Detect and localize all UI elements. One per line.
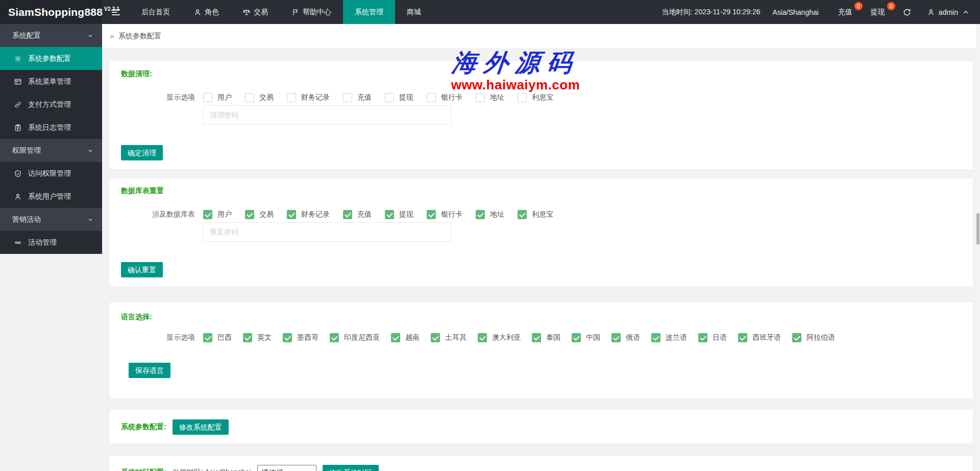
checkbox[interactable] — [792, 333, 801, 342]
nav-item-trade[interactable]: 交易 — [231, 0, 280, 24]
sidebar-group-system-config[interactable]: 系统配置 — [0, 24, 102, 47]
window-icon — [14, 78, 22, 86]
nav-item-help-center[interactable]: 帮助中心 — [280, 0, 343, 24]
checkbox[interactable] — [431, 333, 440, 342]
checkbox-option[interactable]: 财务记录 — [287, 210, 330, 219]
checkbox[interactable] — [287, 210, 296, 219]
modify-system-config-button[interactable]: 修改系统配置 — [173, 419, 229, 435]
row-label: 显示选项 — [121, 333, 195, 342]
checkbox[interactable] — [203, 333, 212, 342]
clean-password-input[interactable] — [203, 105, 452, 125]
checkbox-option[interactable]: 地址 — [476, 93, 504, 102]
checkbox-option[interactable]: 财务记录 — [287, 93, 330, 102]
checkbox-option[interactable]: 充值 — [343, 93, 372, 102]
checkbox[interactable] — [518, 210, 527, 219]
timezone-label: Asia/Shanghai — [767, 0, 829, 24]
checkbox[interactable] — [518, 93, 527, 102]
panel-title: 系统参数配置: — [121, 422, 166, 432]
checkbox-option[interactable]: 用户 — [203, 93, 232, 102]
checkbox[interactable] — [243, 333, 252, 342]
sidebar-item-system-menu[interactable]: 系统菜单管理 — [0, 70, 102, 93]
checkbox[interactable] — [698, 333, 707, 342]
checkbox[interactable] — [287, 93, 296, 102]
checkbox[interactable] — [203, 93, 212, 102]
sidebar-item-access-permissions[interactable]: 访问权限管理 — [0, 162, 102, 185]
checkbox[interactable] — [343, 93, 352, 102]
save-language-button[interactable]: 保存语言 — [129, 363, 170, 378]
checkbox-option[interactable]: 墨西哥 — [283, 333, 318, 342]
confirm-clean-button[interactable]: 确定清理 — [121, 145, 163, 160]
checkbox[interactable] — [427, 210, 436, 219]
checkbox-option[interactable]: 波兰语 — [651, 333, 687, 342]
scrollbar-thumb[interactable] — [976, 213, 979, 245]
nav-item-home[interactable]: 后台首页 — [130, 0, 182, 24]
checkbox-option[interactable]: 越南 — [391, 333, 420, 342]
sidebar-item-system-params[interactable]: 系统参数配置 — [0, 47, 102, 70]
checkbox-option[interactable]: 提现 — [385, 93, 413, 102]
recharge-button[interactable]: 充值 0 — [829, 0, 862, 24]
nav-item-roles[interactable]: 角色 — [182, 0, 231, 24]
checkbox[interactable] — [245, 210, 254, 219]
sidebar-group-permissions[interactable]: 权限管理 — [0, 139, 102, 162]
checkbox-option[interactable]: 提现 — [385, 210, 413, 219]
confirm-reset-button[interactable]: 确认重置 — [121, 262, 163, 277]
checkbox-option[interactable]: 中国 — [572, 333, 600, 342]
checkbox[interactable] — [611, 333, 621, 342]
checkbox-option[interactable]: 银行卡 — [427, 210, 462, 219]
checkbox[interactable] — [330, 333, 339, 342]
checkbox[interactable] — [478, 333, 487, 342]
checkbox-option[interactable]: 交易 — [245, 210, 274, 219]
checkbox-option[interactable]: 土耳其 — [431, 333, 467, 342]
checkbox[interactable] — [385, 93, 394, 102]
sidebar-group-marketing[interactable]: 营销活动 — [0, 208, 102, 231]
checkbox-option[interactable]: 印度尼西亚 — [330, 333, 380, 342]
checkbox[interactable] — [476, 93, 485, 102]
checkbox[interactable] — [651, 333, 660, 342]
checkbox-option[interactable]: 西班牙语 — [738, 333, 781, 342]
checkbox[interactable] — [476, 210, 485, 219]
timezone-select[interactable]: 请选择 — [257, 465, 316, 471]
sidebar-item-activity-management[interactable]: 活动管理 — [0, 231, 102, 254]
checkbox[interactable] — [391, 333, 400, 342]
checkbox-option[interactable]: 俄语 — [611, 333, 640, 342]
checkbox-option[interactable]: 地址 — [476, 210, 504, 219]
sidebar-item-system-logs[interactable]: 系统日志管理 — [0, 116, 102, 139]
checkbox-option[interactable]: 英文 — [243, 333, 272, 342]
app-logo[interactable]: SiamShopping888V2.2.1 — [0, 0, 102, 24]
checkbox-option[interactable]: 日语 — [698, 333, 727, 342]
link-icon — [14, 101, 22, 109]
sidebar-item-system-users[interactable]: 系统用户管理 — [0, 185, 102, 208]
checkbox-option[interactable]: 巴西 — [203, 333, 232, 342]
checkbox-option[interactable]: 泰国 — [532, 333, 560, 342]
modify-timezone-button[interactable]: 修改系统时区 — [323, 465, 379, 471]
sidebar-collapse-button[interactable] — [102, 0, 130, 24]
checkbox-option[interactable]: 银行卡 — [427, 93, 462, 102]
current-timezone-label: 当前时区: Asia/Shanghai — [173, 468, 251, 471]
checkbox-option[interactable]: 充值 — [343, 210, 372, 219]
checkbox-option[interactable]: 利息宝 — [518, 210, 553, 219]
withdraw-button[interactable]: 提现 0 — [862, 0, 894, 24]
checkbox-option[interactable]: 交易 — [245, 93, 274, 102]
checkbox-option[interactable]: 利息宝 — [518, 93, 553, 102]
sidebar-item-payment-methods[interactable]: 支付方式管理 — [0, 93, 102, 116]
checkbox[interactable] — [738, 333, 747, 342]
checkbox-option[interactable]: 阿拉伯语 — [792, 333, 835, 342]
checkbox[interactable] — [532, 333, 541, 342]
checkbox[interactable] — [283, 333, 292, 342]
checkbox[interactable] — [427, 93, 436, 102]
reset-password-input[interactable] — [203, 222, 452, 242]
top-navigation: 后台首页 角色 交易 帮助中心 系统管理 商城 — [130, 0, 433, 24]
checkbox[interactable] — [245, 93, 254, 102]
checkbox[interactable] — [343, 210, 352, 219]
breadcrumb: » 系统参数配置 — [102, 24, 980, 49]
checkbox-option[interactable]: 用户 — [203, 210, 232, 219]
checkbox-option[interactable]: 澳大利亚 — [478, 333, 521, 342]
nav-item-mall[interactable]: 商城 — [395, 0, 433, 24]
admin-user-menu[interactable]: admin — [920, 0, 980, 24]
checkbox[interactable] — [572, 333, 581, 342]
checkbox[interactable] — [203, 210, 212, 219]
chevron-down-icon — [87, 32, 94, 39]
refresh-button[interactable] — [894, 0, 920, 24]
checkbox[interactable] — [385, 210, 394, 219]
nav-item-system-management[interactable]: 系统管理 — [343, 0, 395, 24]
